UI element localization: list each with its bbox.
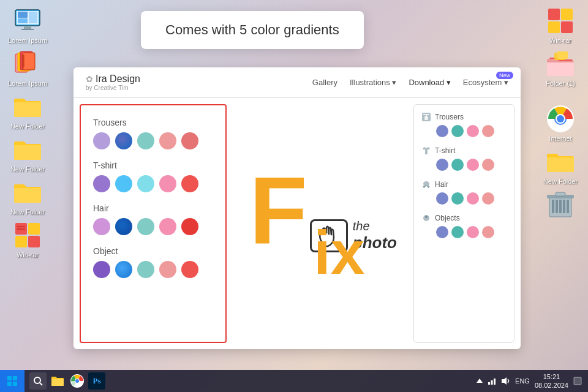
desktop-icon-folder2[interactable]: New Folder bbox=[6, 135, 49, 173]
desktop-icon-monitor[interactable]: Lorem Ipsum bbox=[6, 6, 49, 44]
right-swatch[interactable] bbox=[451, 192, 464, 205]
brand-leaf-icon: ✿ bbox=[86, 74, 93, 84]
swatch[interactable] bbox=[137, 261, 154, 278]
desktop-icons-left: Lorem Ipsum Lorem Ipsum New Folder bbox=[6, 6, 49, 258]
swatch[interactable] bbox=[93, 261, 110, 278]
navbar: ✿ Ira Design by Creative Tim Gallery Ill… bbox=[74, 67, 521, 98]
desktop-icon-label: New Folder bbox=[10, 208, 45, 216]
swatch[interactable] bbox=[159, 261, 176, 278]
swatch[interactable] bbox=[115, 175, 132, 192]
desktop-icon-label: Win-rar bbox=[17, 251, 39, 258]
swatch[interactable] bbox=[115, 218, 132, 235]
right-swatch[interactable] bbox=[436, 226, 448, 238]
right-swatch[interactable] bbox=[451, 125, 464, 137]
svg-point-50 bbox=[75, 379, 79, 383]
swatch[interactable] bbox=[137, 132, 154, 149]
file-explorer-icon bbox=[51, 375, 64, 387]
right-swatch[interactable] bbox=[436, 192, 448, 205]
svg-rect-52 bbox=[488, 382, 490, 385]
taskbar-start-button[interactable] bbox=[0, 370, 24, 392]
swatch[interactable] bbox=[137, 218, 154, 235]
right-swatch[interactable] bbox=[451, 226, 464, 238]
right-swatch[interactable] bbox=[451, 159, 464, 171]
volume-icon bbox=[500, 376, 510, 386]
folder-right-icon bbox=[546, 147, 575, 176]
right-swatch[interactable] bbox=[467, 226, 479, 238]
swatch[interactable] bbox=[115, 132, 132, 149]
right-swatch-header-objects: Objects bbox=[421, 213, 507, 223]
swatch[interactable] bbox=[93, 175, 110, 192]
nav-ecosystem[interactable]: Ecosystem ▾ New bbox=[463, 78, 508, 87]
swatch[interactable] bbox=[93, 218, 110, 235]
desktop-icon-winrar1[interactable]: Lorem Ipsum bbox=[6, 49, 49, 87]
right-swatch[interactable] bbox=[467, 159, 479, 171]
svg-rect-56 bbox=[574, 377, 581, 385]
chrome-icon bbox=[546, 104, 575, 134]
right-swatch[interactable] bbox=[482, 192, 494, 205]
swatch[interactable] bbox=[159, 175, 176, 192]
svg-rect-54 bbox=[494, 379, 496, 385]
svg-rect-32 bbox=[556, 200, 558, 213]
network-icon bbox=[487, 376, 497, 386]
tray-expand-icon[interactable] bbox=[476, 377, 483, 385]
objects-icon bbox=[421, 213, 431, 223]
right-swatch-row-trousers bbox=[436, 125, 507, 137]
notification-icon[interactable] bbox=[573, 377, 582, 385]
right-label-objects: Objects bbox=[435, 214, 460, 222]
swatch-label-object: Object bbox=[93, 246, 213, 256]
fix-f-letter: F bbox=[249, 170, 307, 251]
right-swatch[interactable] bbox=[436, 159, 448, 171]
taskbar-photoshop[interactable]: Ps bbox=[88, 372, 105, 390]
swatch-label-tshirt: T-shirt bbox=[93, 160, 213, 170]
right-swatch[interactable] bbox=[482, 159, 494, 171]
svg-rect-34 bbox=[563, 200, 565, 213]
swatch[interactable] bbox=[93, 132, 110, 149]
brand-subtitle: by Creative Tim bbox=[86, 85, 140, 91]
swatch[interactable] bbox=[137, 175, 154, 192]
swatch[interactable] bbox=[159, 218, 176, 235]
svg-rect-5 bbox=[18, 12, 28, 18]
desktop-icon-trash[interactable] bbox=[539, 190, 582, 219]
desktop-icon-folder-right[interactable]: New Folder bbox=[539, 147, 582, 185]
fix-ix-text: ix bbox=[314, 228, 364, 277]
taskbar-lang: ENG bbox=[515, 377, 530, 385]
taskbar: Ps ENG 15:21 08.02.2024 bbox=[0, 370, 588, 392]
svg-rect-6 bbox=[18, 18, 28, 23]
desktop-icon-folder1[interactable]: New Folder bbox=[6, 92, 49, 130]
desktop-icon-chrome[interactable]: Internet bbox=[539, 104, 582, 142]
desktop-icon-winrar-right[interactable]: Win-rar bbox=[539, 6, 582, 44]
swatch[interactable] bbox=[181, 132, 198, 149]
swatch[interactable] bbox=[181, 218, 198, 235]
tshirt-icon bbox=[421, 146, 431, 156]
right-swatch[interactable] bbox=[482, 125, 494, 137]
desktop-icon-folder3[interactable]: New Folder bbox=[6, 178, 49, 216]
nav-illustrations[interactable]: Illustrations ▾ bbox=[350, 78, 396, 87]
swatch[interactable] bbox=[115, 261, 132, 278]
swatch[interactable] bbox=[159, 132, 176, 149]
right-panel: Trousers T-shirt bbox=[413, 104, 514, 343]
taskbar-search[interactable] bbox=[29, 372, 47, 390]
desktop-icon-folder-multi[interactable]: Folder (1) bbox=[539, 49, 582, 87]
taskbar-file-explorer[interactable] bbox=[49, 372, 66, 390]
windows-icon bbox=[7, 375, 18, 386]
nav-download[interactable]: Download ▾ bbox=[409, 78, 450, 87]
taskbar-chrome[interactable] bbox=[69, 372, 86, 390]
nav-gallery[interactable]: Gallery bbox=[312, 78, 337, 87]
swatch[interactable] bbox=[181, 261, 198, 278]
right-swatch[interactable] bbox=[436, 125, 448, 137]
desktop-icon-winrar2[interactable]: Win-rar bbox=[6, 221, 49, 258]
right-swatch[interactable] bbox=[467, 192, 479, 205]
tooltip-box: Comes with 5 color gradients bbox=[141, 11, 364, 49]
right-swatch[interactable] bbox=[467, 125, 479, 137]
main-content: Trousers T-shirt bbox=[74, 98, 521, 349]
right-swatch-trousers: Trousers bbox=[421, 112, 507, 137]
right-swatch-header-trousers: Trousers bbox=[421, 112, 507, 122]
desktop-icon-label: Internet bbox=[549, 135, 571, 142]
right-swatch-hair: Hair bbox=[421, 179, 507, 205]
right-swatch-header-tshirt: T-shirt bbox=[421, 146, 507, 156]
folder-icon bbox=[13, 135, 42, 164]
svg-rect-20 bbox=[548, 9, 560, 20]
right-swatch[interactable] bbox=[482, 226, 494, 238]
taskbar-clock: 15:21 08.02.2024 bbox=[535, 372, 568, 390]
swatch[interactable] bbox=[181, 175, 198, 192]
